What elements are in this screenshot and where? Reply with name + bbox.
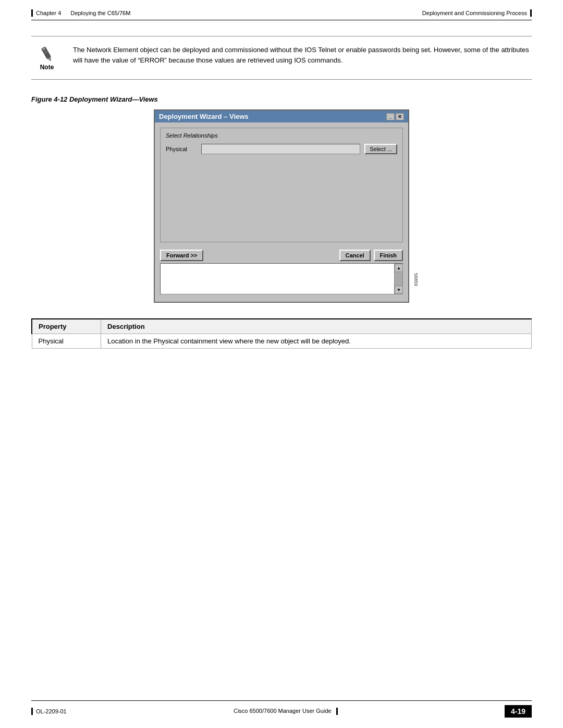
page-container: Chapter 4 Deploying the C65/76M Deployme… (0, 0, 563, 728)
select-button[interactable]: Select ... (364, 144, 397, 154)
footer-page-number: 4-19 (505, 705, 532, 718)
footer-left-bar (31, 708, 33, 715)
select-relationships-group: Select Relationships Physical Select ... (160, 128, 403, 242)
main-content: Note The Network Element object can be d… (0, 20, 563, 375)
table-header-description: Description (101, 319, 532, 334)
titlebar-buttons: _ ✕ (386, 113, 404, 120)
figure-caption: Figure 4-12 Deployment Wizard—Views (31, 95, 532, 103)
chapter-label: Chapter 4 (36, 10, 61, 16)
chapter-title: Deploying the C65/76M (70, 10, 130, 16)
dialog-title: Deployment Wizard – Views (159, 113, 249, 120)
physical-label: Physical (166, 146, 197, 152)
dialog-buttons-row: Forward >> Cancel Finish (160, 248, 403, 263)
table-header-row: Property Description (32, 319, 532, 334)
scroll-area: ▲ ▼ (160, 263, 403, 294)
scroll-track (395, 272, 402, 286)
note-icon-area: Note (31, 45, 63, 71)
header-right-bar (530, 9, 532, 17)
header-left-bar (31, 9, 33, 17)
dialog-titlebar: Deployment Wizard – Views _ ✕ (155, 110, 408, 122)
vertical-scrollbar[interactable]: ▲ ▼ (394, 264, 402, 294)
footer-divider (31, 700, 532, 701)
footer-right-bar (336, 708, 338, 715)
table-row: Physical Location in the Physical contai… (32, 334, 532, 349)
physical-field-row: Physical Select ... (166, 144, 397, 154)
note-pencil-icon (38, 45, 56, 64)
physical-input[interactable] (201, 144, 360, 154)
footer-left: OL-2209-01 (31, 708, 67, 715)
footer-content: OL-2209-01 Cisco 6500/7600 Manager User … (31, 705, 532, 718)
property-table: Property Description Physical Location i… (31, 318, 532, 349)
header-right-title: Deployment and Commissioning Process (422, 10, 527, 16)
dialog-body: Select Relationships Physical Select ...… (155, 122, 408, 302)
figure-side-label: 56859 (413, 273, 419, 286)
right-buttons-group: Cancel Finish (339, 250, 403, 261)
finish-button[interactable]: Finish (374, 250, 403, 261)
scroll-up-btn[interactable]: ▲ (395, 264, 403, 272)
header-left: Chapter 4 Deploying the C65/76M (31, 9, 130, 17)
dialog-close-btn[interactable]: ✕ (396, 113, 404, 120)
scroll-down-btn[interactable]: ▼ (395, 286, 403, 294)
table-cell-property: Physical (32, 334, 101, 349)
forward-button[interactable]: Forward >> (160, 250, 203, 261)
footer-center: Cisco 6500/7600 Manager User Guide (234, 708, 338, 715)
table-cell-description: Location in the Physical containment vie… (101, 334, 532, 349)
page-header: Chapter 4 Deploying the C65/76M Deployme… (0, 0, 563, 20)
table-header-property: Property (32, 319, 101, 334)
cancel-button[interactable]: Cancel (339, 250, 371, 261)
dialog-window: Deployment Wizard – Views _ ✕ Select Rel… (154, 109, 409, 303)
dialog-minimize-btn[interactable]: _ (386, 113, 395, 120)
footer-doc-number: OL-2209-01 (36, 708, 67, 714)
note-label: Note (40, 64, 54, 71)
footer-center-text: Cisco 6500/7600 Manager User Guide (234, 708, 332, 714)
note-text: The Network Element object can be deploy… (73, 45, 532, 65)
note-section: Note The Network Element object can be d… (31, 36, 532, 80)
header-right: Deployment and Commissioning Process (422, 9, 532, 17)
page-footer: OL-2209-01 Cisco 6500/7600 Manager User … (0, 700, 563, 718)
group-box-legend: Select Relationships (166, 132, 397, 139)
